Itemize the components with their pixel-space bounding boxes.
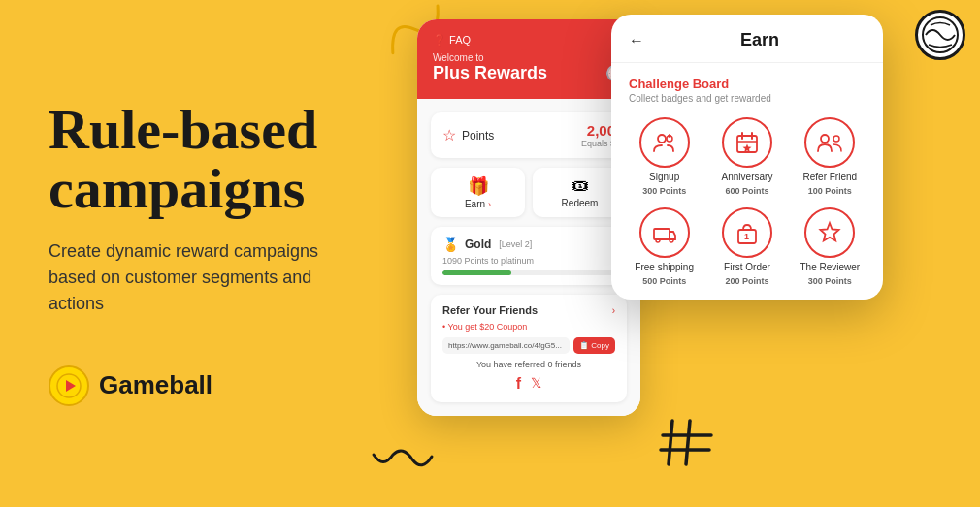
phone-card-2: ← Earn Challenge Board Collect badges an… [611, 15, 883, 300]
svg-point-19 [656, 238, 660, 242]
refer-link-row: https://www.gameball.co/4fgG5... 📋 Copy [442, 337, 615, 354]
refer-section: Refer Your Friends › • You get $20 Coupo… [431, 295, 627, 402]
star-icon: ☆ [442, 126, 456, 144]
svg-rect-18 [654, 229, 670, 239]
badge-icon-signup [639, 117, 690, 168]
brand-logo: Gameball [49, 365, 388, 406]
gold-bar-fill [442, 270, 511, 275]
badge-points: 600 Points [725, 186, 768, 196]
plus-rewards-title: Plus Rewards [433, 63, 547, 83]
badge-item: Signup300 Points [629, 117, 700, 196]
earn-arrow-icon: › [488, 200, 491, 209]
challenge-board-title: Challenge Board [629, 77, 866, 91]
logo-icon [49, 365, 89, 406]
points-label: Points [462, 129, 494, 143]
gold-icon: 🏅 [442, 237, 459, 252]
deco-squiggle-bottom [369, 445, 437, 483]
refer-header: Refer Your Friends › [442, 304, 615, 316]
refer-title: Refer Your Friends [442, 304, 538, 316]
svg-line-2 [686, 421, 690, 464]
main-container: Rule-based campaigns Create dynamic rewa… [0, 0, 980, 507]
challenge-board-sub: Collect badges and get rewarded [629, 93, 866, 104]
badge-points: 300 Points [808, 276, 852, 286]
svg-marker-23 [821, 223, 839, 241]
badge-item: The Reviewer300 Points [795, 207, 866, 286]
badge-points: 200 Points [725, 276, 768, 286]
twitter-icon[interactable]: 𝕏 [531, 375, 541, 393]
card2-body: Challenge Board Collect badges and get r… [611, 63, 883, 300]
badge-item: Refer Friend100 Points [795, 117, 866, 196]
phone-card-1: ❓ FAQ ✕ Welcome to Plus Rewards 🕐 ☆ Poin… [417, 19, 640, 416]
badge-item: 1 First Order200 Points [711, 207, 782, 286]
copy-button[interactable]: 📋 Copy [573, 337, 615, 354]
svg-point-16 [821, 135, 829, 143]
svg-marker-15 [742, 144, 751, 153]
gold-subtitle: 1090 Points to platinum [442, 256, 615, 266]
badge-item: Free shipping500 Points [629, 207, 700, 286]
sub-description: Create dynamic reward campaigns based on… [49, 238, 359, 317]
points-value: 2,00 Equals $ [581, 122, 615, 148]
brand-name: Gameball [99, 370, 212, 400]
gold-header: 🏅 Gold [Level 2] [442, 237, 615, 252]
points-num: 2,00 [581, 122, 615, 139]
welcome-text: Welcome to [433, 52, 625, 63]
main-heading: Rule-based campaigns [49, 101, 388, 219]
earn-icon: 🎁 [437, 175, 519, 197]
card1-body: ☆ Points 2,00 Equals $ 🎁 Earn › [417, 99, 640, 416]
badge-icon-refer-friend [804, 117, 855, 168]
earn-button[interactable]: 🎁 Earn › [431, 168, 525, 217]
badge-icon-the-reviewer [804, 207, 855, 258]
faq-label: ❓ FAQ [433, 34, 471, 47]
redeem-label: Redeem [539, 198, 621, 208]
refer-arrow-icon: › [612, 305, 615, 316]
badge-name: Signup [649, 172, 679, 182]
badge-name: Free shipping [635, 262, 694, 272]
svg-line-1 [669, 421, 672, 464]
card1-header: ❓ FAQ ✕ Welcome to Plus Rewards 🕐 [417, 19, 640, 99]
earn-label: Earn [465, 199, 485, 209]
earn-redeem-row: 🎁 Earn › 🎟 Redeem [431, 168, 627, 217]
svg-point-17 [833, 136, 839, 142]
refer-count: You have referred 0 friends [442, 360, 615, 369]
card2-header: ← Earn [611, 15, 883, 63]
gold-bar [442, 270, 615, 275]
badges-grid: Signup300 Points Anniversary600 Points R… [629, 117, 866, 286]
left-section: Rule-based campaigns Create dynamic rewa… [0, 0, 417, 507]
earn-title: Earn [654, 30, 866, 50]
faq-row: ❓ FAQ ✕ [433, 33, 625, 47]
badge-icon-free-shipping [639, 207, 690, 258]
badge-item: Anniversary600 Points [711, 117, 782, 196]
social-icons: f 𝕏 [442, 375, 615, 393]
facebook-icon[interactable]: f [516, 375, 521, 393]
deco-hashtag [655, 411, 718, 478]
points-left: ☆ Points [442, 126, 494, 144]
badge-points: 300 Points [642, 186, 686, 196]
gold-level: [Level 2] [499, 239, 532, 249]
svg-text:1: 1 [744, 232, 749, 241]
gold-row: 🏅 Gold [Level 2] 1090 Points to platinum [431, 227, 627, 285]
back-arrow-icon[interactable]: ← [629, 32, 644, 49]
badge-name: Anniversary [722, 172, 773, 182]
refer-bullet: • You get $20 Coupon [442, 322, 615, 332]
points-row: ☆ Points 2,00 Equals $ [431, 112, 627, 158]
badge-name: Refer Friend [803, 172, 858, 182]
svg-point-20 [670, 238, 673, 242]
redeem-icon: 🎟 [539, 175, 621, 196]
refer-link-input[interactable]: https://www.gameball.co/4fgG5... [442, 337, 570, 354]
badge-name: First Order [724, 262, 770, 272]
svg-point-7 [658, 135, 666, 143]
copy-label: Copy [591, 341, 609, 350]
copy-icon: 📋 [579, 341, 589, 350]
badge-name: The Reviewer [800, 262, 860, 272]
badge-points: 500 Points [642, 276, 686, 286]
gold-title: Gold [465, 238, 491, 251]
badge-icon-anniversary [722, 117, 772, 168]
points-equals: Equals $ [581, 139, 615, 148]
badge-points: 100 Points [808, 186, 852, 196]
badge-icon-first-order: 1 [722, 207, 772, 258]
